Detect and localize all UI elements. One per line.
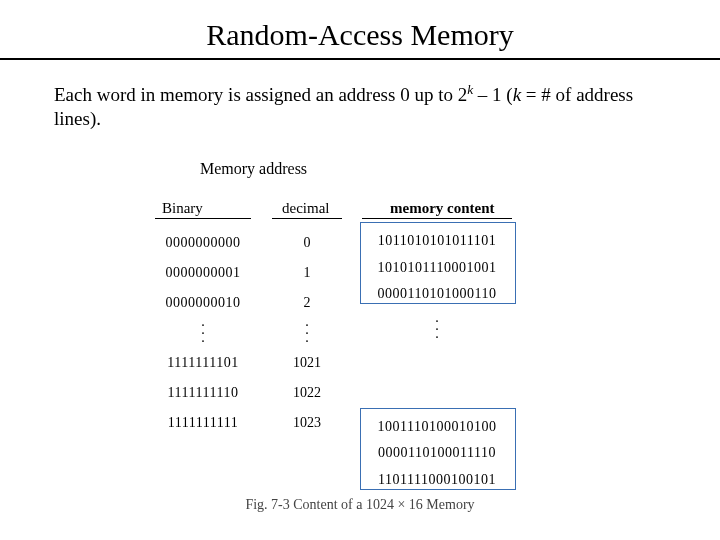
table-row: 1021 — [272, 348, 342, 378]
page-title: Random-Access Memory — [0, 18, 720, 52]
column-content: 1011010101011101 1010101110001001 000011… — [362, 228, 512, 493]
body-k: k — [513, 84, 521, 105]
vdots-icon: ... — [272, 318, 342, 348]
header-binary: Binary — [162, 200, 203, 217]
table-row: 0 — [272, 228, 342, 258]
table-row: 0000000001 — [155, 258, 251, 288]
rule-decimal — [272, 218, 342, 219]
table-row: 1023 — [272, 408, 342, 438]
table-row: 1022 — [272, 378, 342, 408]
table-row: 0000110101000110 — [362, 281, 512, 308]
title-rule — [0, 58, 720, 60]
table-row: 1 — [272, 258, 342, 288]
table-row: 1001110100010100 — [362, 414, 512, 441]
table-row: 1111111101 — [155, 348, 251, 378]
table-row: 0000000000 — [155, 228, 251, 258]
table-row: 1101111000100101 — [362, 467, 512, 494]
vdots-icon: ... — [362, 308, 512, 350]
table-row: 1111111110 — [155, 378, 251, 408]
column-binary: 0000000000 0000000001 0000000010 ... 111… — [155, 228, 251, 438]
column-decimal: 0 1 2 ... 1021 1022 1023 — [272, 228, 342, 438]
vdots-icon: ... — [155, 318, 251, 348]
table-row: 0000110100011110 — [362, 440, 512, 467]
header-decimal: decimal — [282, 200, 329, 217]
figure-caption: Fig. 7-3 Content of a 1024 × 16 Memory — [0, 497, 720, 513]
rule-binary — [155, 218, 251, 219]
body-mid: – 1 ( — [473, 84, 513, 105]
header-memory-content: memory content — [390, 200, 495, 217]
table-row: 1010101110001001 — [362, 255, 512, 282]
body-pre: Each word in memory is assigned an addre… — [54, 84, 467, 105]
body-text: Each word in memory is assigned an addre… — [54, 82, 684, 131]
table-row: 1011010101011101 — [362, 228, 512, 255]
table-row: 1111111111 — [155, 408, 251, 438]
header-memory-address: Memory address — [200, 160, 307, 178]
rule-content — [362, 218, 512, 219]
